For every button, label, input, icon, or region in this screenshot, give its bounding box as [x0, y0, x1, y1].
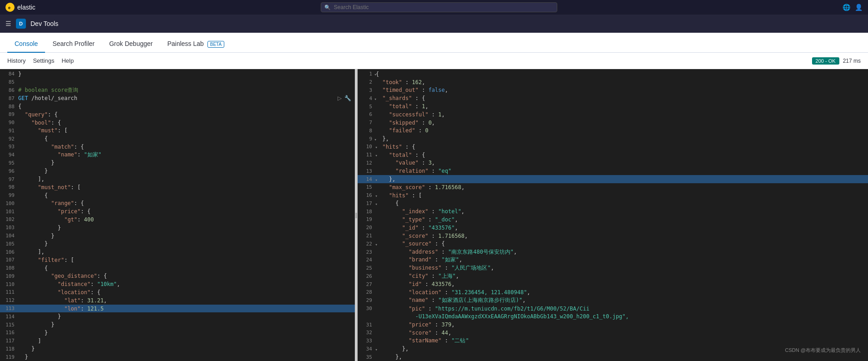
table-row: 28 "location" : "31.236454, 121.480948",	[358, 288, 868, 296]
table-row: 6 "successful" : 1,	[358, 110, 868, 119]
table-row: 8 "failed" : 0	[358, 126, 868, 135]
sub-nav: History Settings Help 200 - OK 217 ms	[0, 53, 868, 69]
sub-nav-history[interactable]: History	[7, 57, 25, 64]
table-row: 16 ▾ "hits" : [	[358, 191, 868, 200]
table-row: 116 }	[0, 329, 355, 337]
table-row: 12 "value" : 3,	[358, 159, 868, 167]
table-row: 22 ▾ "_source" : {	[358, 240, 868, 248]
svg-text:e: e	[8, 5, 10, 10]
editor-panel[interactable]: 84 } 85 86 # boolean score查询 87 GET /hot…	[0, 69, 355, 361]
table-row: 95 }	[0, 159, 355, 167]
table-row: 85	[0, 78, 355, 86]
table-row: 33 "starName" : "二钻"	[358, 337, 868, 345]
table-row: 29 "name" : "如家酒店(上海南京路步行街店)",	[358, 296, 868, 305]
table-row: 2 "took" : 162,	[358, 78, 868, 86]
status-badge-area: 200 - OK 217 ms	[812, 57, 861, 65]
elastic-logo-text: elastic	[17, 4, 35, 11]
app-title: Dev Tools	[30, 20, 58, 27]
table-row: 88 {	[0, 102, 355, 110]
nav-tabs: Console Search Profiler Grok Debugger Pa…	[0, 33, 868, 53]
table-row: 94 "name": "如家"	[0, 151, 355, 159]
table-row: 11 ▾ "total" : {	[358, 151, 868, 159]
table-row: 105 }	[0, 240, 355, 248]
table-row: 31 "price" : 379,	[358, 321, 868, 329]
table-row: 89 "query": {	[0, 110, 355, 119]
table-row: 118 }	[0, 345, 355, 353]
line-actions: ▷ 🔧	[338, 95, 351, 101]
elastic-logo: e elastic	[5, 3, 35, 12]
table-row: 9 ▾ },	[358, 135, 868, 143]
run-icon[interactable]: ▷	[338, 95, 342, 101]
table-row: 100 "range": {	[0, 200, 355, 208]
beta-badge: BETA	[207, 41, 224, 48]
table-row: 23 "address" : "南京东路480号保安坊内",	[358, 248, 868, 256]
table-row: 109 "geo_distance": {	[0, 272, 355, 281]
code-editor[interactable]: 84 } 85 86 # boolean score查询 87 GET /hot…	[0, 69, 355, 361]
global-search-input[interactable]	[321, 2, 557, 12]
table-row: 7 "skipped" : 0,	[358, 119, 868, 127]
table-row: 111 "location": {	[0, 288, 355, 296]
tab-console[interactable]: Console	[7, 35, 45, 53]
table-row: 119 }	[0, 353, 355, 361]
resize-handle[interactable]	[355, 69, 358, 361]
table-row: 98 "must_not": [	[0, 183, 355, 191]
main-content: 84 } 85 86 # boolean score查询 87 GET /hot…	[0, 69, 868, 361]
table-row: 10 ▾ "hits" : {	[358, 143, 868, 151]
table-row: 84 }	[0, 70, 355, 78]
table-row: 96 }	[0, 167, 355, 175]
table-row: 19 "_type" : "_doc",	[358, 216, 868, 224]
tab-painless-lab[interactable]: Painless Lab BETA	[160, 35, 232, 53]
table-row: 92 {	[0, 135, 355, 143]
table-row: -U13eXVaIQmdaAAWxgzdXXxEAAGRrgNIOkoABbGb…	[358, 312, 868, 321]
table-row: 32 "score" : 44,	[358, 329, 868, 337]
table-row: 3 "timed_out" : false,	[358, 86, 868, 95]
table-row: 87 GET /hotel/_search ▷ 🔧	[0, 94, 355, 102]
ok-badge: 200 - OK	[812, 57, 839, 65]
elastic-logo-icon: e	[5, 3, 15, 12]
top-bar-right: 🌐 👤	[843, 4, 863, 11]
table-row: 15 "max_score" : 1.716568,	[358, 183, 868, 191]
table-row: 106 ],	[0, 248, 355, 256]
result-editor: 1 ▾ { 2 "took" : 162, 3 "timed_out" : fa…	[358, 69, 868, 361]
table-row: 91 "must": [	[0, 126, 355, 135]
table-row: 27 "id" : 433576,	[358, 280, 868, 288]
table-row: 99 {	[0, 191, 355, 200]
table-row: 14 ▾ },	[358, 175, 868, 183]
search-icon: 🔍	[324, 5, 331, 10]
table-row: 86 # boolean score查询	[0, 86, 355, 95]
wrench-icon[interactable]: 🔧	[344, 95, 351, 101]
menu-icon[interactable]: ☰	[5, 20, 11, 27]
result-panel: 1 ▾ { 2 "took" : 162, 3 "timed_out" : fa…	[358, 69, 868, 361]
tab-search-profiler[interactable]: Search Profiler	[45, 35, 102, 53]
table-row: 17 ▾ {	[358, 200, 868, 208]
table-row: 115 }	[0, 321, 355, 329]
table-row: 113 "lon": 121.5	[0, 305, 355, 313]
table-row: 112 "lat": 31.21,	[0, 296, 355, 305]
table-row: 103 }	[0, 224, 355, 232]
sub-nav-settings[interactable]: Settings	[33, 57, 54, 64]
table-row: 93 "match": {	[0, 143, 355, 151]
table-row: 30 "pic" : "https://m.tuniucdn.com/fb2/t…	[358, 305, 868, 313]
table-row: 26 "city" : "上海",	[358, 272, 868, 281]
sub-nav-help[interactable]: Help	[61, 57, 74, 64]
table-row: 21 "_score" : 1.716568,	[358, 232, 868, 240]
globe-icon[interactable]: 🌐	[843, 4, 850, 11]
table-row: 20 "_id" : "433576",	[358, 224, 868, 232]
user-icon[interactable]: 👤	[855, 4, 863, 11]
table-row: 102 "gt": 400	[0, 216, 355, 224]
top-bar: e elastic 🔍 🌐 👤	[0, 0, 868, 15]
table-row: 110 "distance": "10km",	[0, 280, 355, 288]
table-row: 4 ▾ "_shards" : {	[358, 94, 868, 102]
table-row: 90 "bool": {	[0, 119, 355, 127]
watermark: CSDN @布布要成为最负责的男人	[785, 347, 861, 354]
tab-grok-debugger[interactable]: Grok Debugger	[102, 35, 160, 53]
table-row: 35 },	[358, 353, 868, 361]
table-row: 104 }	[0, 232, 355, 240]
second-bar: ☰ D Dev Tools	[0, 15, 868, 33]
table-row: 117 ]	[0, 337, 355, 345]
table-row: 18 "_index" : "hotel",	[358, 207, 868, 216]
global-search-bar[interactable]: 🔍	[321, 2, 557, 12]
table-row: 114 }	[0, 312, 355, 321]
table-row: 97 ],	[0, 175, 355, 183]
table-row: 1 ▾ {	[358, 70, 868, 78]
